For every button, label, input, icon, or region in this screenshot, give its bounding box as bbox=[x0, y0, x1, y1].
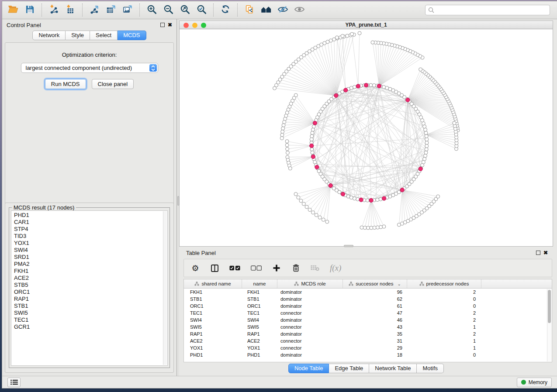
memory-button[interactable]: Memory bbox=[517, 378, 552, 387]
mcds-result-item[interactable]: RAP1 bbox=[14, 296, 167, 303]
delete-table-icon bbox=[311, 265, 319, 271]
column-header-name[interactable]: name bbox=[242, 279, 277, 288]
mcds-result-item[interactable]: FKH1 bbox=[14, 268, 167, 275]
cell-successor-nodes: 43 bbox=[343, 324, 407, 330]
tab-motifs[interactable]: Motifs bbox=[417, 364, 444, 373]
toolbar-separator bbox=[139, 3, 140, 17]
import-network-button[interactable] bbox=[45, 3, 62, 17]
mcds-result-item[interactable]: SWI4 bbox=[14, 247, 167, 254]
duplicate-network-button[interactable] bbox=[241, 3, 258, 17]
mcds-result-item[interactable]: TID3 bbox=[14, 233, 167, 240]
refresh-view-button[interactable] bbox=[217, 3, 234, 17]
select-all-button[interactable] bbox=[229, 265, 240, 271]
tab-network[interactable]: Network bbox=[32, 31, 66, 40]
table-row[interactable]: FKH1FKH1dominator962 bbox=[184, 289, 552, 296]
hide-selected-button[interactable] bbox=[274, 3, 291, 17]
column-header-successor-nodes[interactable]: successor nodes⌄ bbox=[343, 279, 407, 288]
network-graph[interactable] bbox=[180, 29, 553, 246]
tab-edge-table[interactable]: Edge Table bbox=[329, 364, 369, 373]
import-network-icon bbox=[49, 4, 59, 16]
window-minimize-light[interactable] bbox=[192, 23, 197, 28]
run-mcds-button[interactable]: Run MCDS bbox=[45, 79, 86, 89]
mcds-result-item[interactable]: TEC1 bbox=[14, 316, 167, 323]
table-settings-button[interactable]: ⚙ bbox=[191, 263, 200, 273]
horizontal-splitter-grip[interactable] bbox=[344, 245, 353, 247]
zoom-in-button[interactable] bbox=[143, 3, 160, 17]
task-history-button[interactable] bbox=[7, 378, 21, 387]
table-body: FKH1FKH1dominator962STB1STB1dominator620… bbox=[184, 289, 552, 358]
search-input[interactable] bbox=[425, 5, 550, 15]
zoom-fit-button[interactable] bbox=[176, 3, 193, 17]
table-scrollbar[interactable] bbox=[547, 289, 551, 361]
tab-node-table[interactable]: Node Table bbox=[288, 364, 329, 373]
close-panel-icon[interactable]: ✖ bbox=[168, 23, 172, 27]
show-all-button[interactable] bbox=[291, 3, 308, 17]
add-column-button[interactable] bbox=[272, 265, 281, 272]
column-header-predecessor-nodes[interactable]: predecessor nodes bbox=[407, 279, 481, 288]
show-column-panel-button[interactable] bbox=[210, 265, 219, 272]
mcds-result-item[interactable]: ORC1 bbox=[14, 289, 167, 296]
mcds-result-item[interactable]: PHD1 bbox=[14, 212, 167, 219]
eye-slash-icon bbox=[278, 6, 288, 15]
table-row[interactable]: STB1STB1dominator620 bbox=[184, 296, 552, 303]
mcds-result-item[interactable]: SWI5 bbox=[14, 309, 167, 316]
tab-network-table[interactable]: Network Table bbox=[369, 364, 417, 373]
zoom-fit-icon bbox=[180, 4, 190, 16]
zoom-selected-button[interactable] bbox=[193, 3, 210, 17]
select-all-icon bbox=[229, 265, 240, 271]
cell-shared-name: ORC1 bbox=[184, 303, 242, 309]
network-view-canvas[interactable] bbox=[179, 29, 553, 247]
float-table-panel-icon[interactable] bbox=[536, 251, 540, 255]
mcds-result-item[interactable]: STB5 bbox=[14, 282, 167, 289]
import-table-button[interactable] bbox=[62, 3, 79, 17]
table-row[interactable]: SWI5SWI5connector431 bbox=[184, 323, 552, 330]
mcds-result-item[interactable]: STB1 bbox=[14, 303, 167, 309]
mcds-result-item[interactable]: SRD1 bbox=[14, 254, 167, 261]
export-network-icon bbox=[90, 4, 99, 16]
close-table-panel-icon[interactable]: ✖ bbox=[543, 251, 548, 255]
tab-style[interactable]: Style bbox=[66, 31, 90, 40]
table-row[interactable]: TEC1TEC1connector472 bbox=[184, 309, 552, 316]
table-row[interactable]: PHD1PHD1dominator180 bbox=[184, 351, 552, 358]
float-panel-icon[interactable] bbox=[160, 23, 165, 27]
tab-mcds[interactable]: MCDS bbox=[118, 31, 146, 40]
column-header-MCDS-role[interactable]: MCDS role bbox=[277, 279, 343, 288]
table-row[interactable]: ACE2ACE2connector311 bbox=[184, 337, 552, 344]
table-row[interactable]: SWI4SWI4dominator462 bbox=[184, 316, 552, 323]
close-panel-button[interactable]: Close panel bbox=[92, 79, 134, 89]
column-header-shared-name[interactable]: shared name bbox=[184, 279, 242, 288]
mcds-result-item[interactable]: STP4 bbox=[14, 226, 167, 233]
function-builder-button[interactable]: f(x) bbox=[330, 263, 341, 273]
mcds-result-item[interactable]: ACE2 bbox=[14, 275, 167, 282]
delete-table-button[interactable] bbox=[311, 265, 319, 271]
table-row[interactable]: ORC1ORC1dominator610 bbox=[184, 303, 552, 309]
table-row[interactable]: YOX1YOX1connector291 bbox=[184, 344, 552, 351]
application-window: Control Panel ✖ NetworkStyleSelectMCDS O… bbox=[2, 1, 557, 389]
optimization-criterion-select[interactable]: largest connected component (undirected) bbox=[21, 63, 158, 73]
open-file-button[interactable] bbox=[5, 3, 21, 17]
mcds-result-item[interactable]: PMA2 bbox=[14, 261, 167, 268]
window-maximize-light[interactable] bbox=[201, 23, 206, 28]
mcds-result-list[interactable]: PHD1CAR1STP4TID3YOX1SWI4SRD1PMA2FKH1ACE2… bbox=[11, 210, 168, 366]
splitter-grip[interactable] bbox=[177, 196, 179, 206]
cell-successor-nodes: 31 bbox=[343, 338, 407, 344]
mcds-list-scrollbar[interactable] bbox=[163, 211, 167, 365]
mcds-result-item[interactable]: GCR1 bbox=[14, 323, 167, 330]
table-scrollbar-thumb[interactable] bbox=[548, 290, 551, 323]
save-session-button[interactable] bbox=[21, 3, 38, 17]
columns-icon bbox=[211, 265, 218, 272]
export-network-button[interactable] bbox=[86, 3, 103, 17]
export-table-button[interactable] bbox=[103, 3, 119, 17]
mcds-result-item[interactable]: YOX1 bbox=[14, 240, 167, 247]
mcds-result-item[interactable]: CAR1 bbox=[14, 219, 167, 226]
window-close-light[interactable] bbox=[183, 23, 189, 28]
cell-shared-name: SWI5 bbox=[184, 324, 242, 330]
network-window-titlebar[interactable]: YPA_prune.txt_1 bbox=[179, 21, 553, 29]
tab-select[interactable]: Select bbox=[90, 31, 118, 40]
delete-column-button[interactable] bbox=[291, 264, 300, 272]
deselect-all-button[interactable] bbox=[251, 265, 262, 271]
export-image-button[interactable] bbox=[119, 3, 136, 17]
table-row[interactable]: RAP1RAP1dominator352 bbox=[184, 330, 552, 337]
zoom-out-button[interactable] bbox=[160, 3, 176, 17]
first-neighbors-button[interactable] bbox=[258, 3, 274, 17]
